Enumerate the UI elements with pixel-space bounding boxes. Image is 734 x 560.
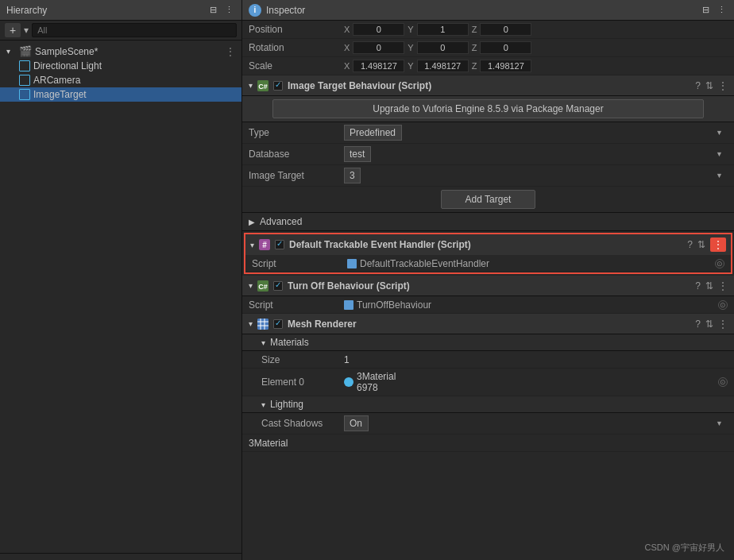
scene-expand-arrow: ▾ [6, 47, 16, 56]
mesh-renderer-actions: ? ⇅ ⋮ [695, 319, 728, 330]
turn-off-script-label: Script [249, 299, 344, 311]
position-x-input[interactable] [353, 23, 404, 36]
default-trackable-help-icon[interactable]: ? [687, 239, 693, 250]
scene-three-dots[interactable]: ⋮ [226, 46, 235, 57]
turn-off-script-name: TurnOffBehaviour [357, 299, 431, 311]
image-target-actions: ? ⇅ ⋮ [695, 80, 728, 91]
type-select[interactable]: Predefined [344, 125, 402, 141]
position-values: X Y Z [344, 23, 728, 36]
scale-x-label: X [344, 61, 350, 71]
rotation-z-input[interactable] [480, 41, 531, 54]
lighting-label: Lighting [270, 399, 303, 410]
turn-off-dots-icon[interactable]: ⋮ [718, 280, 728, 292]
imagetarget-icon [19, 89, 30, 100]
database-row: Database test [242, 144, 734, 165]
turn-off-help-icon[interactable]: ? [695, 280, 701, 292]
scale-x-input[interactable] [353, 60, 404, 72]
cast-shadows-select[interactable]: On [344, 415, 369, 431]
inspector-header: i Inspector ⊟ ⋮ [242, 0, 734, 21]
default-trackable-settings-icon[interactable]: ⇅ [697, 239, 705, 250]
hierarchy-content: ▾ 🎬 SampleScene* ⋮ Directional Light ARC… [0, 41, 241, 553]
scene-file-icon: 🎬 [19, 45, 32, 57]
hierarchy-add-btn[interactable]: + [5, 23, 21, 37]
default-trackable-actions: ? ⇅ ⋮ [687, 238, 726, 252]
turn-off-settings-icon[interactable]: ⇅ [705, 280, 713, 292]
watermark: CSDN @宇宙好男人 [645, 542, 724, 554]
turn-off-circle-icon[interactable]: ⊙ [718, 300, 728, 310]
rotation-z-label: Z [472, 43, 477, 52]
inspector-dots-btn[interactable]: ⋮ [716, 5, 728, 15]
database-dropdown-wrapper: test [344, 146, 728, 162]
hierarchy-search[interactable] [32, 23, 237, 37]
hierarchy-item-imagetarget[interactable]: ImageTarget [0, 87, 241, 102]
materials-label: Materials [270, 337, 309, 348]
scene-root: ▾ 🎬 SampleScene* ⋮ [0, 44, 241, 59]
turn-off-checkbox[interactable] [273, 281, 283, 291]
database-select[interactable]: test [344, 146, 371, 162]
position-y-input[interactable] [417, 23, 469, 36]
turn-off-script-value: TurnOffBehaviour ⊙ [344, 299, 728, 311]
default-trackable-script-row: Script DefaultTrackableEventHandler ⊙ [245, 255, 731, 272]
mesh-renderer-expand-arrow: ▾ [249, 319, 253, 328]
rotation-y-label: Y [408, 43, 413, 52]
image-target-expand-arrow: ▾ [249, 81, 253, 90]
rotation-row: Rotation X Y Z [242, 39, 734, 57]
turn-off-script-row: Script TurnOffBehaviour ⊙ [242, 296, 734, 314]
bottom-material-row: 3Material [242, 434, 734, 452]
advanced-expand-arrow: ▶ [249, 218, 255, 226]
cast-shadows-row: Cast Shadows On [242, 413, 734, 434]
advanced-section: ▶ Advanced [242, 213, 734, 231]
mesh-renderer-help-icon[interactable]: ? [695, 319, 701, 330]
rotation-label: Rotation [249, 42, 344, 53]
mesh-renderer-dots-icon[interactable]: ⋮ [718, 319, 728, 330]
image-target-checkbox[interactable] [273, 81, 283, 91]
database-label: Database [249, 149, 344, 160]
upgrade-button[interactable]: Upgrade to Vuforia Engine 8.5.9 via Pack… [272, 99, 704, 118]
default-trackable-script-label: Script [252, 258, 347, 269]
position-z-input[interactable] [480, 23, 531, 36]
turn-off-file-icon [344, 300, 353, 310]
add-target-button[interactable]: Add Target [441, 190, 536, 209]
advanced-label: Advanced [260, 216, 302, 227]
position-x-label: X [344, 25, 350, 34]
image-target-settings-icon[interactable]: ⇅ [705, 80, 713, 91]
hierarchy-arrow: ▾ [24, 25, 29, 36]
scale-z-label: Z [472, 61, 477, 71]
scale-y-label: Y [408, 61, 413, 71]
image-target-help-icon[interactable]: ? [695, 80, 701, 91]
bottom-material-label: 3Material [249, 438, 288, 449]
lighting-expand-arrow: ▾ [261, 400, 265, 409]
scale-values: X Y Z [344, 60, 728, 72]
scale-y-input[interactable] [417, 60, 469, 72]
default-trackable-circle-icon[interactable]: ⊙ [715, 259, 724, 268]
element0-dot-icon [344, 377, 353, 387]
default-trackable-dots-icon[interactable]: ⋮ [710, 238, 726, 252]
rotation-y-input[interactable] [417, 41, 469, 54]
rotation-values: X Y Z [344, 41, 728, 54]
scale-z-input[interactable] [480, 60, 531, 72]
hierarchy-dots-btn[interactable]: ⋮ [223, 5, 235, 15]
directional-light-icon [19, 60, 30, 71]
hierarchy-menu-btn[interactable]: ⊟ [208, 5, 218, 15]
default-trackable-script-value: DefaultTrackableEventHandler ⊙ [347, 258, 724, 269]
mesh-renderer-settings-icon[interactable]: ⇅ [705, 319, 713, 330]
rotation-x-input[interactable] [353, 41, 404, 54]
arcamera-icon [19, 75, 30, 86]
position-row: Position X Y Z [242, 21, 734, 39]
element0-circle-icon[interactable]: ⊙ [718, 377, 728, 387]
image-target-select[interactable]: 3 [344, 168, 361, 183]
image-target-dots-icon[interactable]: ⋮ [718, 80, 728, 91]
mesh-renderer-checkbox[interactable] [273, 319, 283, 329]
hierarchy-header-icons: ⊟ ⋮ [208, 5, 235, 15]
hierarchy-toolbar: + ▾ [0, 21, 241, 41]
cast-shadows-dropdown-wrapper: On [344, 415, 728, 431]
hierarchy-bottom [0, 553, 241, 560]
element0-label: Element 0 [249, 377, 344, 388]
default-trackable-checkbox[interactable] [275, 240, 284, 249]
hierarchy-item-directional-light[interactable]: Directional Light [0, 59, 241, 73]
turn-off-script-icon: C# [257, 280, 268, 292]
inspector-menu-btn[interactable]: ⊟ [701, 5, 711, 15]
inspector-info-icon: i [249, 4, 261, 17]
hierarchy-item-arcamera[interactable]: ARCamera [0, 73, 241, 87]
image-target-section-title: Image Target Behaviour (Script) [288, 80, 690, 91]
